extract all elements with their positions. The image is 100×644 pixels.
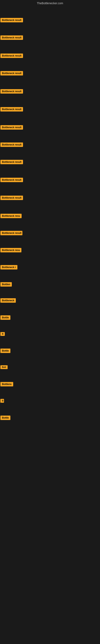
- result-row-24[interactable]: Bottle: [0, 416, 10, 421]
- site-header: TheBottlenecker.com: [0, 0, 100, 6]
- result-row-13[interactable]: Bottleneck result: [0, 231, 22, 236]
- site-title: TheBottlenecker.com: [0, 0, 100, 6]
- bottleneck-badge-1[interactable]: Bottleneck result: [0, 18, 23, 22]
- result-row-3[interactable]: Bottleneck result: [0, 54, 23, 59]
- bottleneck-badge-6[interactable]: Bottleneck result: [0, 107, 23, 112]
- bottleneck-badge-18[interactable]: Bottle: [0, 315, 10, 320]
- result-row-15[interactable]: Bottleneck r: [0, 265, 17, 270]
- result-row-22[interactable]: Bottlens: [0, 382, 13, 387]
- bottleneck-badge-14[interactable]: Bottleneck resu: [0, 248, 21, 252]
- bottleneck-badge-3[interactable]: Bottleneck result: [0, 54, 23, 58]
- bottleneck-badge-11[interactable]: Bottleneck result: [0, 196, 23, 200]
- bottleneck-badge-20[interactable]: Bottle: [0, 348, 10, 353]
- result-row-21[interactable]: Bott: [0, 365, 8, 370]
- bottleneck-badge-17[interactable]: Bottleneck: [0, 298, 16, 303]
- result-row-1[interactable]: Bottleneck result: [0, 18, 23, 23]
- bottleneck-badge-5[interactable]: Bottleneck result: [0, 89, 23, 94]
- bottleneck-badge-16[interactable]: Bottlen: [0, 282, 12, 286]
- result-row-7[interactable]: Bottleneck result: [0, 125, 23, 130]
- bottleneck-badge-9[interactable]: Bottleneck result: [0, 160, 23, 164]
- result-row-8[interactable]: Bottleneck result: [0, 142, 23, 148]
- bottleneck-badge-15[interactable]: Bottleneck r: [0, 265, 17, 270]
- result-row-17[interactable]: Bottleneck: [0, 298, 16, 304]
- result-row-6[interactable]: Bottleneck result: [0, 107, 23, 112]
- bottleneck-badge-23[interactable]: B: [0, 399, 4, 403]
- result-row-19[interactable]: B: [0, 332, 5, 337]
- result-row-16[interactable]: Bottlen: [0, 282, 12, 288]
- bottleneck-badge-24[interactable]: Bottle: [0, 416, 10, 420]
- bottleneck-badge-12[interactable]: Bottleneck resu: [0, 214, 22, 218]
- result-row-14[interactable]: Bottleneck resu: [0, 248, 21, 253]
- bottleneck-badge-10[interactable]: Bottleneck result: [0, 178, 23, 182]
- bottleneck-badge-21[interactable]: Bott: [0, 365, 8, 369]
- bottleneck-badge-7[interactable]: Bottleneck result: [0, 125, 23, 130]
- bottleneck-badge-2[interactable]: Bottleneck result: [0, 36, 23, 40]
- bottleneck-badge-4[interactable]: Bottleneck result: [0, 71, 23, 76]
- results-container: Bottleneck resultBottleneck resultBottle…: [0, 6, 100, 644]
- result-row-12[interactable]: Bottleneck resu: [0, 214, 22, 219]
- result-row-20[interactable]: Bottle: [0, 348, 10, 354]
- bottleneck-badge-19[interactable]: B: [0, 332, 5, 336]
- result-row-10[interactable]: Bottleneck result: [0, 178, 23, 183]
- result-row-11[interactable]: Bottleneck result: [0, 196, 23, 201]
- result-row-5[interactable]: Bottleneck result: [0, 89, 23, 94]
- bottleneck-badge-13[interactable]: Bottleneck result: [0, 231, 22, 235]
- result-row-9[interactable]: Bottleneck result: [0, 160, 23, 165]
- result-row-18[interactable]: Bottle: [0, 315, 10, 320]
- result-row-4[interactable]: Bottleneck result: [0, 71, 23, 76]
- bottleneck-badge-22[interactable]: Bottlens: [0, 382, 13, 386]
- result-row-2[interactable]: Bottleneck result: [0, 36, 23, 41]
- result-row-23[interactable]: B: [0, 399, 4, 404]
- bottleneck-badge-8[interactable]: Bottleneck result: [0, 142, 23, 147]
